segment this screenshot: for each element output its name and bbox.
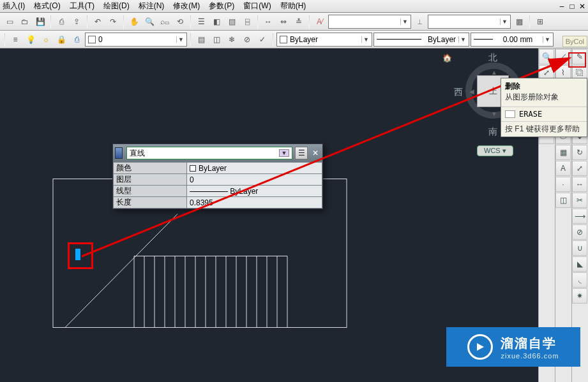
text-icon[interactable]: A (555, 161, 571, 176)
design-center-icon[interactable]: ◧ (209, 15, 223, 29)
dim-icon[interactable]: ⇔ (276, 15, 290, 29)
erase-tooltip: 删除 从图形册除对象 ERASE 按 F1 键获得更多帮助 (501, 78, 587, 137)
minimize-icon[interactable]: – (557, 2, 566, 11)
rotate-icon[interactable]: ↻ (572, 145, 587, 160)
window-controls: – □ ✕ (557, 2, 588, 11)
viewcube-dir-west[interactable]: 西 (454, 87, 463, 98)
lock-icon[interactable]: 🔒 (54, 33, 68, 47)
wcs-menu[interactable]: WCS ▾ (477, 145, 513, 156)
quick-properties-header: 直线 ▼ ☰ ✕ (113, 144, 322, 162)
properties-table: 颜色 ByLayer 图层 0 线型 ByLayer 长度 0.8395 (113, 162, 322, 209)
line-type-icon (115, 147, 123, 159)
close-icon[interactable]: ✕ (310, 148, 320, 158)
menu-tools[interactable]: 工具(T) (70, 1, 94, 11)
dim-continue-icon[interactable]: ↔ (261, 15, 275, 29)
zoom-previous-icon[interactable]: ⟲ (173, 15, 187, 29)
stretch-icon[interactable]: ↔ (572, 177, 587, 192)
dim-rot-icon[interactable]: ≛ (292, 15, 306, 29)
print-icon[interactable]: ⎙ (54, 15, 68, 29)
tool-palettes-icon[interactable]: ▤ (225, 15, 239, 29)
menu-params[interactable]: 参数(P) (209, 1, 234, 11)
plot-icon[interactable]: ⎙ (70, 33, 84, 47)
home-icon[interactable]: 🏠 (442, 54, 452, 62)
prop-val-linetype[interactable]: ByLayer (187, 186, 322, 197)
hatch-icon[interactable]: ▦ (555, 145, 571, 160)
prop-key-length: 长度 (114, 197, 187, 209)
menu-draw[interactable]: 绘图(D) (103, 1, 130, 11)
join-icon[interactable]: ∪ (572, 240, 587, 256)
play-icon (467, 334, 493, 360)
standard-toolbar: ▭ 🗀 💾 ⎙ ⇪ ↶ ↷ ✋ 🔍 ⌕▭ ⟲ ☰ ◧ ▤ ⌸ ↔ ⇔ ≛ A⁄ … (0, 13, 588, 31)
menu-insert[interactable]: 插入(I) (3, 1, 25, 11)
new-icon[interactable]: ▭ (3, 15, 17, 29)
lineweight-dropdown[interactable]: 0.00 mm ▼ (471, 33, 554, 47)
viewcube-dir-south[interactable]: 南 (488, 126, 497, 138)
redo-icon[interactable]: ↷ (106, 15, 120, 29)
tooltip-footer: 按 F1 键获得更多帮助 (501, 121, 587, 136)
watermark-title: 溜溜自学 (501, 335, 559, 352)
layer-freeze-icon[interactable]: ❄ (225, 33, 239, 47)
prop-val-color[interactable]: ByLayer (187, 163, 322, 174)
object-type-value: 直线 (130, 148, 145, 159)
chamfer-icon[interactable]: ◣ (572, 256, 587, 272)
scale-icon[interactable]: ⤢ (572, 161, 587, 176)
save-icon[interactable]: 💾 (33, 15, 47, 29)
watermark-logo: 溜溜自学 zixue.3d66.com (446, 327, 580, 367)
text-style-dropdown[interactable]: ▼ (328, 15, 411, 29)
zoom-window-icon[interactable]: 🔍 (539, 49, 554, 64)
publish-icon[interactable]: ⇪ (70, 15, 84, 29)
tri-down-icon[interactable]: ▼ (491, 110, 497, 117)
layer-on-icon[interactable]: ✓ (255, 33, 269, 47)
tri-left-icon[interactable]: ◀ (469, 88, 474, 95)
layer-props-icon[interactable]: ≡ (8, 33, 22, 47)
properties-icon[interactable]: ☰ (194, 15, 208, 29)
open-icon[interactable]: 🗀 (18, 15, 32, 29)
menu-help[interactable]: 帮助(H) (280, 1, 306, 11)
table-style-icon[interactable]: ▦ (512, 15, 526, 29)
undo-icon[interactable]: ↶ (91, 15, 105, 29)
watermark-url: zixue.3d66.com (501, 352, 559, 360)
explode-icon[interactable]: ✷ (572, 288, 587, 304)
break-icon[interactable]: ⊘ (572, 224, 587, 240)
quick-select-icon[interactable]: ☰ (295, 147, 308, 159)
dim-style-dropdown[interactable]: ▼ (428, 15, 511, 29)
object-type-combo[interactable]: 直线 ▼ (126, 147, 292, 159)
quick-properties-panel[interactable]: 直线 ▼ ☰ ✕ 颜色 ByLayer 图层 0 线型 ByLayer 长度 0… (112, 143, 323, 209)
layer-color-swatch (88, 36, 96, 43)
chevron-down-icon[interactable]: ▼ (279, 149, 289, 157)
sheet-set-icon[interactable]: ⌸ (240, 15, 254, 29)
layer-off-icon[interactable]: ⊘ (240, 33, 254, 47)
trim-icon[interactable]: ✂ (572, 193, 587, 208)
mleader-style-icon[interactable]: ⊞ (533, 15, 547, 29)
menu-modify[interactable]: 修改(M) (173, 1, 200, 11)
layer-dropdown[interactable]: 0 ▼ (85, 33, 187, 47)
close-window-icon[interactable]: ✕ (578, 2, 587, 11)
color-swatch (280, 36, 287, 43)
menu-window[interactable]: 窗口(W) (243, 1, 271, 11)
restore-icon[interactable]: □ (568, 2, 577, 11)
origin-highlight-box (68, 242, 93, 269)
layer-match-icon[interactable]: ▤ (194, 33, 208, 47)
lightbulb-icon[interactable]: 💡 (24, 33, 38, 47)
layer-iso-icon[interactable]: ◫ (209, 33, 223, 47)
linetype-dropdown[interactable]: ByLayer ▼ (373, 33, 469, 47)
point-icon[interactable]: · (555, 177, 571, 192)
prop-val-layer[interactable]: 0 (187, 174, 322, 186)
zoom-realtime-icon[interactable]: 🔍 (142, 15, 156, 29)
viewcube-dir-north[interactable]: 北 (488, 52, 497, 64)
color-value: ByLayer (290, 35, 318, 44)
menu-format[interactable]: 格式(O) (34, 1, 60, 11)
menu-annotate[interactable]: 标注(N) (139, 1, 165, 11)
color-dropdown[interactable]: ByLayer ▼ (276, 33, 372, 47)
tooltip-command: ERASE (519, 110, 542, 119)
pan-icon[interactable]: ✋ (127, 15, 141, 29)
eraser-icon (505, 110, 515, 118)
sun-icon[interactable]: ☼ (39, 33, 53, 47)
dim-style-icon[interactable]: ⟂ (412, 15, 426, 29)
fillet-icon[interactable]: ◟ (572, 272, 587, 288)
text-style-icon[interactable]: A⁄ (313, 15, 327, 29)
prop-val-length[interactable]: 0.8395 (187, 197, 322, 209)
extend-icon[interactable]: ⟶ (572, 209, 587, 224)
zoom-window-icon[interactable]: ⌕▭ (158, 15, 172, 29)
block-icon[interactable]: ◫ (555, 193, 571, 208)
